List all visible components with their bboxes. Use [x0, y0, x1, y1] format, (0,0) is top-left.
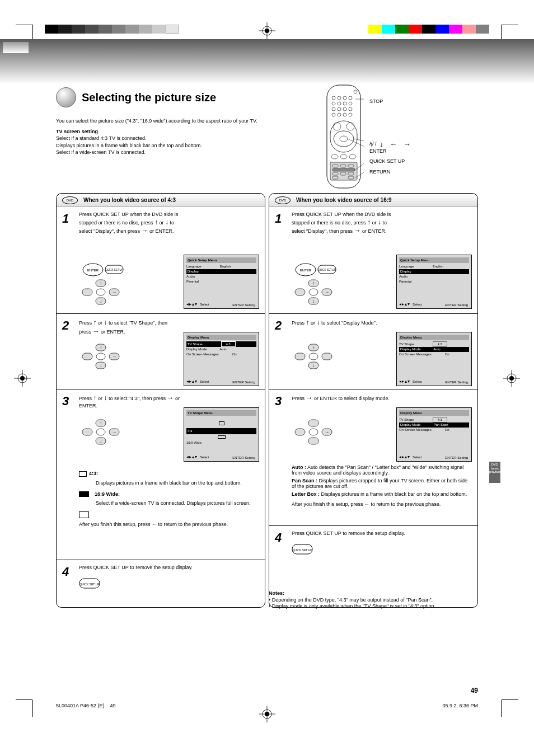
osd-screenshot: Display Menu TV Shape 4:3 Display Mode A…: [184, 332, 259, 386]
step-number: 4: [275, 530, 282, 545]
svg-rect-93: [295, 289, 305, 295]
dpad-icon: ENTER QUICK SET UP ↑ ↓ →: [292, 259, 342, 307]
registration-mark-icon: [503, 370, 520, 387]
dpad-icon: ↑ ↓ →: [79, 337, 129, 386]
svg-text:QUICK SET UP: QUICK SET UP: [318, 269, 336, 271]
svg-text:→: →: [112, 290, 116, 295]
svg-rect-106: [308, 420, 318, 426]
dvd-badge: DVD: [62, 196, 78, 204]
registration-mark-icon: [14, 370, 31, 387]
svg-text:↑: ↑: [100, 281, 102, 286]
intro-text: You can select the picture size ("4:3", …: [56, 118, 269, 156]
svg-text:ENTER: ENTER: [87, 269, 99, 272]
svg-rect-101: [295, 353, 305, 360]
step-number: 3: [62, 394, 69, 408]
sidebar-tab: DVD basic playback: [489, 462, 500, 483]
dpad-icon: →: [292, 413, 342, 462]
step-number: 2: [275, 318, 282, 333]
notes-block: Notes: • Depending on the DVD type, "4:3…: [269, 590, 470, 610]
osd-screenshot: Display Menu TV Shape 4:3 Display Mode A…: [396, 332, 472, 386]
osd-screenshot: Display Menu TV Shape 4:3 Display Mode P…: [396, 407, 472, 462]
crop-mark: [16, 699, 32, 700]
quick-setup-button-icon: QUICK SET UP: [79, 578, 259, 590]
page-title-row: Selecting the picture size: [56, 87, 478, 107]
svg-rect-79: [82, 429, 92, 435]
step-number: 1: [275, 212, 282, 226]
svg-text:↑: ↑: [100, 345, 102, 350]
svg-point-73: [96, 353, 105, 360]
svg-rect-63: [82, 289, 92, 295]
title-bullet-icon: [56, 87, 76, 107]
osd-screenshot: Quick Setup Menu Language English Displa…: [396, 255, 472, 309]
dpad-icon: ENTER QUICK SET UP ↑ ↓ →: [79, 259, 129, 307]
crop-mark: [32, 700, 33, 717]
step-number: 2: [62, 318, 69, 333]
svg-point-110: [309, 429, 318, 435]
header-inner: [3, 42, 29, 53]
dvd-badge: DVD: [275, 196, 291, 204]
step-number: 3: [275, 394, 282, 408]
svg-rect-102: [322, 353, 332, 360]
osd-screenshot: Quick Setup Menu Language English Displa…: [184, 255, 259, 309]
svg-point-103: [309, 353, 318, 360]
crop-mark: [16, 25, 32, 25]
svg-text:↑: ↑: [312, 281, 315, 286]
svg-rect-46: [332, 168, 355, 171]
footer-meta: 05.9.2, 6:36 PM: [442, 703, 478, 708]
registration-mark-icon: [259, 22, 275, 39]
header-band: [0, 39, 534, 84]
svg-text:↓: ↓: [100, 363, 102, 368]
remote-diagram: [325, 84, 364, 190]
svg-point-81: [96, 429, 105, 435]
svg-text:→: →: [325, 290, 329, 295]
svg-text:↓: ↓: [312, 363, 315, 368]
step-number: 1: [62, 212, 69, 226]
svg-text:→: →: [112, 430, 116, 435]
registration-mark-icon: [259, 706, 275, 722]
page-number: 49: [471, 687, 478, 694]
svg-rect-71: [82, 353, 92, 360]
step-number: 4: [62, 565, 69, 579]
right-panel: DVD When you look video source of 16:9 1…: [269, 193, 478, 608]
crop-mark: [502, 25, 518, 25]
crop-mark: [502, 699, 518, 700]
crop-mark: [501, 700, 502, 717]
grayscale-bars: [45, 25, 179, 34]
svg-text:↑: ↑: [312, 345, 315, 350]
svg-text:QUICK SET UP: QUICK SET UP: [79, 583, 100, 586]
quick-setup-button-icon: QUICK SET UP: [292, 544, 472, 556]
svg-text:→: →: [112, 354, 116, 359]
osd-screenshot: TV Shape Menu 4:3 16:9 Wide ◂▸▴▾Select E…: [184, 407, 259, 462]
svg-rect-107: [308, 438, 318, 444]
svg-text:→: →: [325, 430, 329, 435]
svg-text:ENTER: ENTER: [300, 269, 312, 272]
dpad-icon: ↑ ↓: [292, 337, 342, 386]
svg-text:QUICK SET UP: QUICK SET UP: [292, 548, 312, 552]
svg-point-65: [96, 289, 105, 295]
dpad-icon: ↑ ↓ →: [79, 413, 129, 462]
svg-text:QUICK SET UP: QUICK SET UP: [105, 269, 123, 271]
svg-text:↓: ↓: [100, 299, 102, 304]
svg-point-95: [309, 289, 318, 295]
svg-text:↑: ↑: [100, 421, 102, 426]
left-panel: DVD When you look video source of 4:3 1 …: [56, 193, 265, 608]
svg-text:↓: ↓: [100, 439, 102, 444]
page-title: Selecting the picture size: [82, 91, 216, 104]
svg-text:↓: ↓: [312, 299, 315, 304]
svg-rect-108: [295, 429, 305, 435]
color-bars: [368, 25, 489, 34]
footer-filename: 5L00401A P46-52 (E) 49: [56, 703, 116, 708]
